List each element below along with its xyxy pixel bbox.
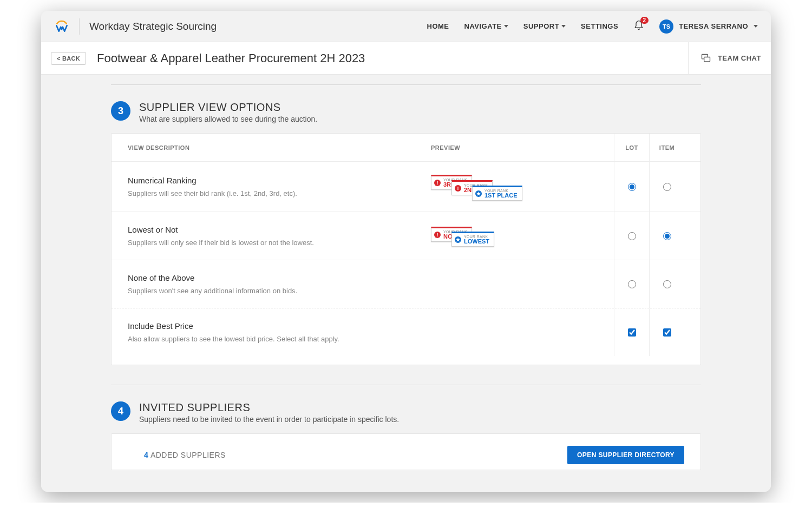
- option-row-numerical-ranking: Numerical Ranking Suppliers will see the…: [112, 162, 700, 212]
- added-count-number: 4: [144, 451, 148, 459]
- nav-navigate-label: NAVIGATE: [464, 22, 502, 30]
- section-3-title: SUPPLIER VIEW OPTIONS: [139, 101, 317, 114]
- option-desc: Suppliers will only see if their bid is …: [128, 239, 431, 247]
- top-nav: Workday Strategic Sourcing HOME NAVIGATE…: [41, 11, 771, 42]
- top-nav-right: HOME NAVIGATE SUPPORT SETTINGS 2: [427, 19, 758, 34]
- option-desc: Also allow suppliers to see the lowest b…: [128, 335, 431, 343]
- notification-badge: 2: [640, 17, 649, 24]
- rank-tag-lowest: ★ YOUR RANK LOWEST: [451, 232, 494, 247]
- product-title: Workday Strategic Sourcing: [89, 21, 217, 32]
- avatar: TS: [659, 19, 673, 34]
- option-desc: Suppliers won't see any additional infor…: [128, 287, 431, 295]
- chevron-down-icon: [561, 25, 566, 28]
- radio-item-lowest[interactable]: [663, 232, 671, 240]
- chevron-down-icon: [504, 25, 508, 28]
- divider: [111, 84, 701, 85]
- radio-lot-none[interactable]: [628, 280, 636, 288]
- divider: [111, 385, 701, 385]
- nav-navigate[interactable]: NAVIGATE: [464, 22, 508, 30]
- chevron-down-icon: [754, 25, 758, 28]
- exclaim-icon: !: [434, 232, 441, 238]
- user-name: TERESA SERRANO: [679, 22, 748, 30]
- nav-home-label: HOME: [427, 22, 449, 30]
- divider: [79, 18, 80, 35]
- section-3-subtitle: What are suppliers allowed to see during…: [139, 115, 317, 123]
- radio-lot-lowest[interactable]: [628, 232, 636, 240]
- open-supplier-directory-button[interactable]: OPEN SUPPLIER DIRECTORY: [567, 446, 684, 464]
- exclaim-icon: !: [434, 180, 441, 186]
- team-chat-label: TEAM CHAT: [718, 54, 761, 62]
- added-count-label: ADDED SUPPLIERS: [150, 451, 226, 459]
- preview-lowest: ! YOUR RANK NOT ★ YOUR RANK LOWEST: [431, 227, 614, 245]
- option-title: None of the Above: [128, 273, 431, 282]
- options-table-header: VIEW DESCRIPTION PREVIEW LOT ITEM: [112, 134, 700, 162]
- col-item: ITEM: [659, 144, 675, 151]
- exclaim-icon: !: [455, 185, 461, 192]
- step-badge: 4: [111, 401, 130, 421]
- nav-support[interactable]: SUPPORT: [523, 22, 566, 30]
- option-desc: Suppliers will see their bid rank (i.e. …: [128, 189, 431, 197]
- col-view-description: VIEW DESCRIPTION: [128, 144, 431, 151]
- user-menu[interactable]: TS TERESA SERRANO: [659, 19, 758, 34]
- invited-suppliers-panel: 4 ADDED SUPPLIERS OPEN SUPPLIER DIRECTOR…: [111, 433, 701, 470]
- option-title: Include Best Price: [128, 321, 431, 331]
- col-lot: LOT: [625, 144, 638, 151]
- page-title: Footwear & Apparel Leather Procurement 2…: [97, 51, 365, 65]
- preview-numerical: ! YOUR RANK 3RD ! YOUR RANK 2ND ★: [431, 175, 614, 199]
- star-icon: ★: [455, 236, 461, 243]
- nav-settings[interactable]: SETTINGS: [581, 22, 618, 30]
- workday-logo-icon: [54, 19, 69, 34]
- section-4-subtitle: Suppliers need to be invited to the even…: [139, 415, 399, 424]
- checkbox-item-best-price[interactable]: [663, 328, 671, 337]
- added-suppliers-count: 4 ADDED SUPPLIERS: [144, 451, 226, 459]
- section-3-header: 3 SUPPLIER VIEW OPTIONS What are supplie…: [111, 101, 701, 123]
- radio-lot-numerical[interactable]: [628, 183, 636, 191]
- option-row-none: None of the Above Suppliers won't see an…: [112, 260, 700, 308]
- chat-icon: [700, 53, 711, 64]
- checkbox-lot-best-price[interactable]: [628, 328, 636, 337]
- app-window: Workday Strategic Sourcing HOME NAVIGATE…: [41, 11, 771, 492]
- page-body: 3 SUPPLIER VIEW OPTIONS What are supplie…: [41, 84, 771, 492]
- col-preview: PREVIEW: [431, 144, 614, 151]
- nav-home[interactable]: HOME: [427, 22, 449, 30]
- supplier-view-options-panel: VIEW DESCRIPTION PREVIEW LOT ITEM Numeri…: [111, 133, 701, 365]
- star-icon: ★: [475, 190, 482, 197]
- nav-support-label: SUPPORT: [523, 22, 559, 30]
- section-4-title: INVITED SUPPLIERS: [139, 401, 399, 414]
- radio-item-numerical[interactable]: [663, 183, 671, 191]
- content-container: 3 SUPPLIER VIEW OPTIONS What are supplie…: [111, 84, 701, 470]
- step-badge: 3: [111, 101, 130, 121]
- option-title: Numerical Ranking: [128, 176, 431, 185]
- back-button[interactable]: < BACK: [51, 52, 86, 65]
- svg-rect-1: [704, 57, 710, 61]
- section-4-header: 4 INVITED SUPPLIERS Suppliers need to be…: [111, 401, 701, 424]
- nav-settings-label: SETTINGS: [581, 22, 618, 30]
- radio-item-none[interactable]: [663, 280, 671, 288]
- option-row-lowest-or-not: Lowest or Not Suppliers will only see if…: [112, 212, 700, 260]
- option-row-best-price: Include Best Price Also allow suppliers …: [112, 308, 700, 365]
- title-bar: < BACK Footwear & Apparel Leather Procur…: [41, 42, 771, 75]
- team-chat-button[interactable]: TEAM CHAT: [688, 42, 761, 74]
- option-title: Lowest or Not: [128, 225, 431, 234]
- rank-tag-1st: ★ YOUR RANK 1ST PLACE: [472, 186, 522, 201]
- notifications-button[interactable]: 2: [633, 20, 644, 33]
